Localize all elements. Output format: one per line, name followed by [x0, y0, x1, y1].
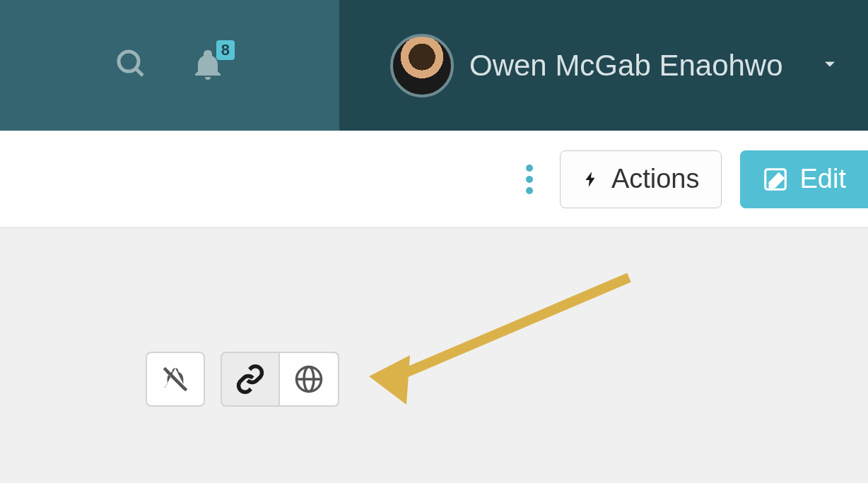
svg-line-1: [136, 68, 143, 76]
top-header: 8 Owen McGab Enaohwo: [0, 0, 868, 131]
globe-button[interactable]: [280, 352, 339, 407]
svg-point-0: [119, 52, 139, 71]
search-icon[interactable]: [115, 47, 148, 84]
notification-badge: 8: [216, 40, 235, 60]
user-name[interactable]: Owen McGab Enaohwo: [469, 49, 783, 83]
more-options-button[interactable]: [517, 156, 541, 203]
globe-icon: [294, 364, 324, 394]
lightning-icon: [582, 165, 600, 193]
avatar[interactable]: [390, 34, 454, 97]
pencil-square-icon: [762, 166, 789, 193]
link-button[interactable]: [221, 352, 280, 407]
header-left-section: 8: [0, 0, 339, 131]
content-icon-group: [146, 352, 339, 407]
chevron-down-icon[interactable]: [799, 54, 840, 77]
annotation-arrow: [368, 263, 650, 412]
action-toolbar: Actions Edit: [0, 131, 868, 228]
notifications-button[interactable]: 8: [191, 47, 225, 84]
actions-button-label: Actions: [611, 164, 700, 194]
bell-slash-icon: [160, 364, 190, 394]
mute-button[interactable]: [146, 352, 205, 407]
link-icon: [235, 364, 266, 395]
actions-button[interactable]: Actions: [560, 150, 722, 208]
link-globe-group: [221, 352, 339, 407]
edit-button-label: Edit: [800, 164, 846, 194]
svg-marker-9: [369, 355, 410, 405]
svg-line-8: [389, 278, 629, 380]
header-right-section: Owen McGab Enaohwo: [339, 0, 868, 131]
more-options-icon: [526, 165, 533, 172]
edit-button[interactable]: Edit: [740, 150, 868, 208]
content-area: [0, 228, 868, 483]
